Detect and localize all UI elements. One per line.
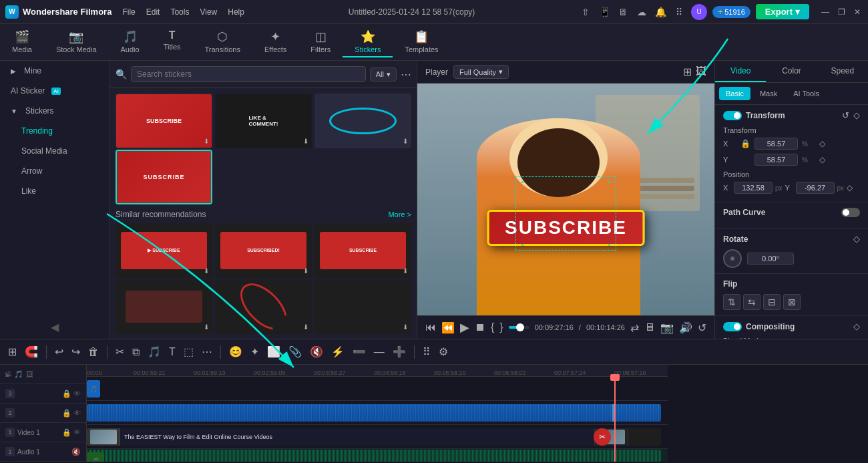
transform-toggle[interactable] <box>723 111 742 120</box>
play-button[interactable]: ▶ <box>460 320 469 335</box>
extra-ctrl-1[interactable]: ⇄ <box>630 321 639 334</box>
sidebar-item-arrow[interactable]: Arrow <box>0 161 110 181</box>
tool-stock[interactable]: 📷 Stock Media <box>44 27 109 57</box>
sticker-item[interactable]: ▶ SUBSCRIBE ⬇ <box>116 223 212 278</box>
tool-effects[interactable]: ✦ Effects <box>252 27 298 57</box>
collapse-panel[interactable]: ◀ <box>0 315 110 339</box>
sidebar-item-trending[interactable]: Trending <box>0 121 110 141</box>
menu-view[interactable]: View <box>200 7 217 17</box>
tl-audio-icon[interactable]: 🎵 <box>145 344 164 359</box>
maximize-button[interactable]: ❐ <box>836 7 847 17</box>
tab-video[interactable]: Video <box>715 61 766 82</box>
tl-group-icon[interactable]: ⊞ <box>5 344 19 359</box>
tl-attach-icon[interactable]: 📎 <box>286 344 304 359</box>
sticker-item[interactable]: SUBSCRIBE ⬇ <box>116 94 212 148</box>
step-back-button[interactable]: ⏪ <box>441 321 455 334</box>
sticker-item[interactable]: LIKE &COMMENT! ⬇ <box>215 94 312 148</box>
cloud-icon[interactable]: ☁ <box>635 5 648 19</box>
tool-transitions[interactable]: ⬡ Transitions <box>193 27 252 57</box>
tl-grid-icon[interactable]: ⠿ <box>420 344 433 359</box>
flip-v-button[interactable]: ⇆ <box>743 294 761 310</box>
tl-more-icon[interactable]: ⋯ <box>199 344 215 359</box>
volume-icon[interactable]: 🔊 <box>679 321 692 334</box>
sticker-item[interactable]: ⬇ <box>116 280 212 335</box>
quality-select[interactable]: Full Quality ▾ <box>453 65 509 79</box>
tl-cut-icon[interactable]: ✂ <box>113 344 127 359</box>
menu-help[interactable]: Help <box>228 7 244 17</box>
tl-speed-icon[interactable]: ⚡ <box>329 344 347 359</box>
path-curve-toggle[interactable] <box>841 208 860 217</box>
transform-reset-icon[interactable]: ↺ <box>842 110 849 120</box>
scale-y-reset-icon[interactable]: ◇ <box>819 155 825 164</box>
search-input[interactable] <box>131 66 366 82</box>
track-v1-eye-icon[interactable]: 👁 <box>73 428 81 437</box>
tl-undo-icon[interactable]: ↩ <box>52 344 66 359</box>
section-ai-sticker[interactable]: AI Sticker AI <box>0 81 110 101</box>
more-options-icon[interactable]: ⋯ <box>401 68 411 81</box>
track-2-eye-icon[interactable]: 👁 <box>73 409 81 418</box>
subtab-basic[interactable]: Basic <box>719 87 750 100</box>
menu-file[interactable]: File <box>122 7 135 17</box>
progress-bar[interactable] <box>509 326 529 329</box>
tab-color[interactable]: Color <box>766 61 817 82</box>
sticker-item[interactable]: SUBSCRIBE ⬇ <box>314 223 411 278</box>
track-v1-lock-icon[interactable]: 🔒 <box>62 428 71 437</box>
tl-magnet-icon[interactable]: 🧲 <box>22 344 41 359</box>
sidebar-item-social-media[interactable]: Social Media <box>0 141 110 161</box>
scale-y-input[interactable] <box>754 154 798 166</box>
tl-settings-icon[interactable]: ⚙ <box>436 344 451 359</box>
pos-reset-icon[interactable]: ◇ <box>847 183 853 192</box>
flip-h-button[interactable]: ⇅ <box>723 294 740 310</box>
track-3-clip[interactable]: 🎵 <box>87 380 100 398</box>
rotate-dial[interactable] <box>723 249 742 268</box>
sticker-item[interactable]: ⬇ <box>314 94 411 148</box>
compositing-toggle[interactable] <box>723 322 742 331</box>
photo-icon[interactable]: 🖼 <box>696 65 706 78</box>
track-2-lock-icon[interactable]: 🔒 <box>62 409 71 418</box>
close-button[interactable]: ✕ <box>852 7 863 17</box>
filter-all-button[interactable]: All ▾ <box>370 67 397 82</box>
apps-icon[interactable]: ⠿ <box>672 5 686 19</box>
compositing-settings-icon[interactable]: ◇ <box>853 321 860 331</box>
mark-in-button[interactable]: { <box>491 321 494 333</box>
subtab-mask[interactable]: Mask <box>753 87 784 100</box>
rotate-reset-icon[interactable]: ◇ <box>853 234 860 244</box>
flip-extra-1[interactable]: ⊟ <box>763 294 781 310</box>
scale-x-reset-icon[interactable]: ◇ <box>819 139 825 148</box>
rotate-input[interactable] <box>747 253 794 265</box>
tl-zoom-slider[interactable]: — <box>371 345 387 359</box>
tl-split-icon[interactable]: ⬜ <box>264 344 283 359</box>
sticker-item[interactable]: ⬇ <box>314 280 411 335</box>
sticker-item-selected[interactable]: SUBSCRIBE <box>116 150 212 204</box>
tl-text-icon[interactable]: T <box>166 345 178 359</box>
transform-settings-icon[interactable]: ◇ <box>853 110 860 120</box>
tab-speed[interactable]: Speed <box>817 61 868 82</box>
extra-ctrl-3[interactable]: 📷 <box>660 321 674 334</box>
share-icon[interactable]: ⇧ <box>579 5 592 19</box>
tool-media[interactable]: 🎬 Media <box>0 27 44 57</box>
pos-x-input[interactable] <box>734 182 773 194</box>
track-a1-mute-icon[interactable]: 🔇 <box>71 448 81 456</box>
screen-icon[interactable]: 🖥 <box>616 5 630 19</box>
export-button[interactable]: Export ▾ <box>756 4 809 19</box>
pos-y-input[interactable] <box>796 182 835 194</box>
tl-ai-icon[interactable]: ✦ <box>248 344 262 359</box>
tl-zoom-in-icon[interactable]: ➕ <box>390 344 409 359</box>
settings-icon[interactable]: ↺ <box>698 321 706 334</box>
minimize-button[interactable]: — <box>820 7 831 17</box>
track-v1-clip[interactable]: The EASIEST Way to Film & Edit Online Co… <box>87 428 661 446</box>
sticker-item[interactable]: SUBSCRIBED! ⬇ <box>215 223 312 278</box>
section-mine[interactable]: ▶ Mine <box>0 61 110 81</box>
tl-redo-icon[interactable]: ↪ <box>69 344 83 359</box>
menu-edit[interactable]: Edit <box>146 7 160 17</box>
bell-icon[interactable]: 🔔 <box>654 5 667 19</box>
track-3-lock-icon[interactable]: 🔒 <box>62 390 71 398</box>
tool-titles[interactable]: T Titles <box>152 27 193 55</box>
rewind-button[interactable]: ⏮ <box>425 321 436 333</box>
audio1-clip[interactable]: 🎵 <box>87 452 103 462</box>
tool-filters[interactable]: ◫ Filters <box>298 27 343 57</box>
tl-sticker-icon[interactable]: 😊 <box>226 344 245 359</box>
tool-templates[interactable]: 📋 Templates <box>393 27 450 57</box>
section-stickers[interactable]: ▼ Stickers <box>0 101 110 121</box>
track-2-clip[interactable] <box>87 404 661 422</box>
